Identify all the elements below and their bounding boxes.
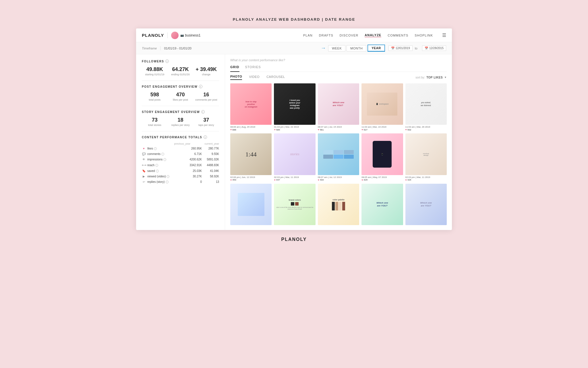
grid-image-7 [318,133,359,175]
grid-meta-8: 08:05 am | May, 07 2019 [361,176,403,179]
perf-saved-curr: 41.04K [202,169,219,172]
view-tabs: GRID STORIES [230,65,447,72]
tab-photo[interactable]: PHOTO [230,75,242,80]
grid-item-3[interactable]: 📱 workspace 11:03 am | Mar, 19 2019 ♥ 52… [361,83,403,131]
nav-plan[interactable]: PLAN [303,34,313,37]
grid-item-8[interactable]: 📱 08:05 am | May, 07 2019 ♥ 429 [361,133,403,181]
grid-image-10 [230,184,272,225]
reach-icon: ⟷ [142,163,146,167]
tab-carousel[interactable]: CAROUSEL [266,75,285,80]
followers-info-icon[interactable]: i [165,60,169,63]
perf-saved-values: 25.03K 41.04K [185,169,219,172]
likes-info-icon[interactable]: i [154,147,157,150]
grid-item-7[interactable]: 08:07 am | Jul, 12 2019 ♥ 434 [318,133,359,181]
post-engagement-section: POST ENGAGEMENT OVERVIEW i 598 total pos… [142,85,219,101]
post-engagement-info-icon[interactable]: i [199,85,202,88]
followers-starting-value: 49.88K [142,66,168,72]
comments-info-icon[interactable]: i [161,153,164,156]
timeframe-divider [160,46,160,50]
perf-video-values: 30.27K 58.92K [185,175,219,178]
grid-item-6[interactable]: stories 02:03 pm | Mar, 11 2019 ♥ 447 [274,133,315,181]
content-performance-info-icon[interactable]: i [204,135,207,139]
replies-info-icon[interactable]: i [166,181,169,183]
date-from[interactable]: 📅 12/01/2019 [388,45,413,51]
perf-impressions-label: impressions i [147,158,185,161]
grid-likes-1: ♥ 585 [274,128,315,131]
followers-change-label: change [193,73,219,76]
perf-impressions-prev: 4200.62K [185,158,202,161]
nav-discover[interactable]: DISCOVER [340,34,358,37]
period-year[interactable]: YEAR [368,45,385,52]
impressions-info-icon[interactable]: i [163,158,166,161]
sort-value[interactable]: TOP LIKES [426,76,443,79]
nav-analyze[interactable]: ANALYZE [365,33,381,37]
perf-row-impressions: 👁 impressions i 4200.62K 5891.02K [142,158,219,161]
grid-item-0[interactable]: how to staypositiveon instagram 08:06 am… [230,83,272,131]
taps-per-story-label: taps per story [193,124,219,126]
content-question: What is your content performance like? [230,58,447,62]
grid-image-6: stories [274,133,315,175]
reach-info-icon[interactable]: i [155,164,158,167]
total-stories-value: 73 [142,117,168,123]
divider-3 [142,131,219,131]
avatar [171,32,179,39]
grid-item-9[interactable]: mockupdesign 02:03 pm | Mar, 11 2019 ♥ 4… [405,133,447,181]
story-engagement-stats: 73 total stories 18 replies per story 37… [142,117,219,126]
sort-chevron[interactable]: ▼ [444,76,447,79]
grid-item-13[interactable]: Which oneare YOU? [361,184,403,226]
grid-item-11[interactable]: brand colors color is one of the most ef… [274,184,315,226]
calendar-icon-2: 📅 [425,47,428,50]
hamburger-icon[interactable]: ☰ [442,32,446,38]
grid-meta-6: 02:03 pm | Mar, 11 2019 [274,176,315,179]
perf-reach-prev: 3342.91K [185,164,202,167]
at-icon: 📷 [180,34,184,37]
grid-image-14: Which oneare YOU? [405,184,447,225]
grid-image-2: Which oneare YOU? [318,83,359,125]
grid-item-2[interactable]: Which oneare YOU? 08:07 am | Jul, 15 201… [318,83,359,131]
timeframe-bar: Timeframe 01/01/19 - 01/01/20 → WEEK MON… [136,42,452,54]
total-stories-label: total stories [142,124,168,126]
nav-shoplink[interactable]: SHOPLINK [415,34,433,37]
likes-per-post-value: 470 [168,92,194,98]
video-info-icon[interactable]: i [167,175,169,178]
grid-meta-4: 11:03 am | Mar, 26 2019 [405,126,447,128]
saved-info-icon[interactable]: i [156,170,159,172]
arrow-indicator: → [321,45,326,51]
grid-item-4[interactable]: you asked,we listened. 11:03 am | Mar, 2… [405,83,447,131]
period-week[interactable]: WEEK [328,45,345,51]
grid-image-1: i loved youbefore yourinstagramwas prett… [274,83,315,125]
grid-likes-0: ♥ 686 [230,128,272,131]
grid-likes-3: ♥ 527 [361,128,403,131]
comments-per-post: 16 comments per post [193,92,219,101]
top-nav: PLANOLY 📷 business1 PLAN DRAFTS DISCOVER… [136,28,452,42]
story-engagement-heading: STORY ENGAGEMENT OVERVIEW i [142,110,219,114]
followers-section: FOLLOWERS i 49.88K starting 01/01/19 64.… [142,60,219,76]
nav-comments[interactable]: COMMENTS [388,34,408,37]
perf-likes-prev: 260.95K [185,147,202,150]
grid-image-8: 📱 [361,133,403,175]
tab-stories[interactable]: STORIES [245,65,261,70]
grid-image-11: brand colors color is one of the most ef… [274,184,315,225]
tab-video[interactable]: VIDEO [249,75,260,80]
perf-row-replies: ↩ replies (story) i 0 13 [142,180,219,183]
perf-reach-curr: 4488.83K [202,164,219,167]
date-to[interactable]: 📅 12/28/2015 [422,45,446,51]
grid-item-1[interactable]: i loved youbefore yourinstagramwas prett… [274,83,315,131]
nav-drafts[interactable]: DRAFTS [319,34,333,37]
followers-change: + 39.49K change [193,66,219,76]
taps-per-story-value: 37 [193,117,219,123]
perf-replies-curr: 13 [202,180,219,183]
comments-per-post-label: comments per post [193,98,219,101]
story-engagement-info-icon[interactable]: i [201,110,205,114]
grid-item-12[interactable]: color palette [318,184,359,226]
likes-per-post-label: likes per post [168,98,194,101]
period-month[interactable]: MONTH [347,45,366,51]
tab-grid[interactable]: GRID [230,65,239,72]
grid-item-5[interactable]: 1:44 02:06 pm | Jun, 12 2019 ♥ 453 [230,133,272,181]
left-sidebar: FOLLOWERS i 49.88K starting 01/01/19 64.… [136,54,225,230]
grid-item-10[interactable] [230,184,272,226]
perf-likes-curr: 280.77K [202,147,219,150]
grid-image-4: you asked,we listened. [405,83,447,125]
grid-item-14[interactable]: Which oneare YOU? [405,184,447,226]
perf-likes-label: likes i [147,147,185,150]
